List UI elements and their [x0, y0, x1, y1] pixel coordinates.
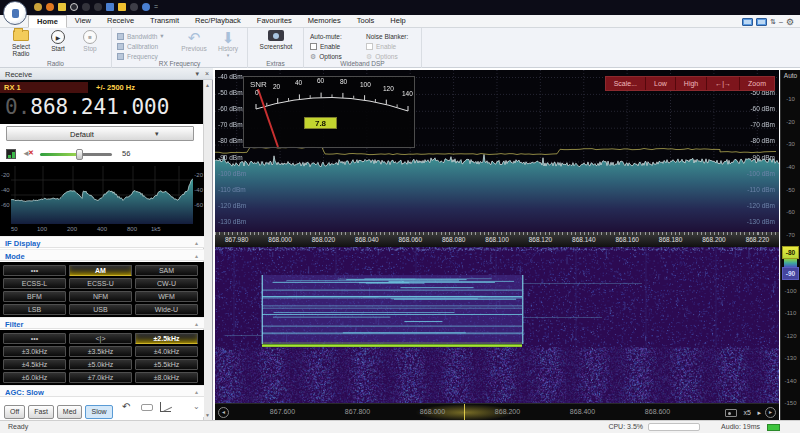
filter-button[interactable]: •••: [3, 333, 66, 344]
filter-button[interactable]: ±3.0kHz: [3, 346, 66, 357]
level-meter-icon[interactable]: [6, 149, 16, 159]
qat-more-icon[interactable]: =: [154, 3, 158, 11]
palette-low-handle[interactable]: -80: [782, 246, 799, 259]
ribbon-tab[interactable]: Tools: [349, 15, 383, 28]
collapse-icon[interactable]: ▴: [195, 388, 198, 395]
stop-button[interactable]: ■ Stop: [76, 30, 104, 52]
spectrum-toolbar-button[interactable]: ←|→: [707, 77, 740, 90]
palette-auto-button[interactable]: Auto: [781, 72, 800, 79]
filter-button[interactable]: ±7.0kHz: [69, 372, 132, 383]
ribbon-tab[interactable]: Receive: [99, 15, 142, 28]
collapse-icon[interactable]: ▴: [195, 252, 198, 259]
spectrum-toolbar-button[interactable]: Zoom: [740, 77, 774, 90]
bandwidth-button[interactable]: Bandwidth▾: [117, 31, 164, 41]
folder-icon[interactable]: [58, 3, 66, 11]
waterfall-canvas[interactable]: [215, 247, 779, 403]
preset-dropdown-icon[interactable]: ▾: [155, 130, 159, 138]
radio-icon[interactable]: [34, 3, 42, 11]
automute-enable-checkbox[interactable]: Enable: [310, 41, 342, 51]
nav-image-icon[interactable]: [725, 409, 737, 417]
monitor-1-icon[interactable]: [742, 18, 753, 26]
scroll-down-icon[interactable]: ▼: [205, 412, 210, 418]
stop-icon[interactable]: [82, 3, 90, 11]
agc-button[interactable]: Off: [4, 405, 25, 419]
spectrum-toolbar-button[interactable]: High: [676, 77, 707, 90]
filter-button[interactable]: ±4.5kHz: [3, 359, 66, 370]
collapse-icon[interactable]: ▴: [195, 239, 198, 246]
mode-button[interactable]: CW-U: [135, 278, 198, 289]
mode-button[interactable]: AM: [69, 265, 132, 276]
palette-high-handle[interactable]: -90: [782, 267, 799, 280]
agc-button[interactable]: Fast: [28, 405, 54, 419]
snowflake-icon[interactable]: [106, 3, 114, 11]
frequency-display[interactable]: RX 1 +/- 2500 Hz 0.868.241.000: [0, 80, 204, 124]
record-icon[interactable]: [46, 3, 54, 11]
filter-button[interactable]: ±2.5kHz: [135, 333, 198, 344]
mute-speaker-icon[interactable]: ◄✕: [22, 149, 33, 159]
select-radio-button[interactable]: Select Radio: [3, 30, 39, 57]
ribbon-tab[interactable]: Help: [382, 15, 413, 28]
volume-slider-handle[interactable]: [76, 149, 83, 160]
nav-play-icon[interactable]: ▸: [757, 404, 761, 421]
start-button[interactable]: ▶ Start: [44, 30, 72, 52]
section-header-filter[interactable]: Filter▴: [0, 317, 204, 329]
agc-button[interactable]: Med: [57, 405, 83, 419]
scroll-chevron-icon[interactable]: ⌄: [193, 400, 200, 414]
section-header-mode[interactable]: Mode▴: [0, 249, 204, 261]
previous-button[interactable]: ↶ Previous: [178, 30, 210, 52]
filter-button[interactable]: ±3.5kHz: [69, 346, 132, 357]
nav-left-arrow[interactable]: ◂: [218, 407, 229, 418]
minimize-icon[interactable]: –: [779, 18, 783, 26]
preset-dropdown[interactable]: Default ▾: [6, 126, 194, 141]
play-icon[interactable]: [70, 3, 78, 11]
mode-button[interactable]: ECSS-U: [69, 278, 132, 289]
app-logo[interactable]: [3, 1, 27, 25]
nav-right-arrow[interactable]: ▸: [765, 407, 776, 418]
mode-button[interactable]: •••: [3, 265, 66, 276]
mode-button[interactable]: WFM: [135, 291, 198, 302]
waterfall-nav-bar[interactable]: ◂ 867.600867.800868.000868.200868.400868…: [215, 403, 779, 420]
mode-button[interactable]: BFM: [3, 291, 66, 302]
history-button[interactable]: ⬇ History ▾: [212, 30, 244, 58]
collapse-icon[interactable]: ▴: [195, 320, 198, 327]
panel-dropdown-icon[interactable]: ▾: [195, 70, 199, 78]
scroll-up-icon[interactable]: ▲: [205, 82, 210, 88]
frequency-value[interactable]: 0.868.241.000: [5, 95, 169, 119]
screenshot-button[interactable]: Screenshot: [256, 30, 296, 50]
mode-button[interactable]: SAM: [135, 265, 198, 276]
spinner-icon[interactable]: ⇅: [770, 18, 776, 26]
undo-icon[interactable]: [142, 3, 150, 11]
spectrum-toolbar-button[interactable]: Low: [646, 77, 676, 90]
filter-button[interactable]: ±4.0kHz: [135, 346, 198, 357]
shield-icon[interactable]: [130, 3, 138, 11]
filter-button[interactable]: ±5.0kHz: [69, 359, 132, 370]
audio-spectrum-canvas[interactable]: [11, 166, 193, 224]
agc-undo-icon[interactable]: ↶: [122, 400, 130, 414]
section-header-if-display[interactable]: IF Display▴: [0, 236, 204, 248]
agc-button[interactable]: Slow: [85, 405, 112, 419]
ribbon-tab[interactable]: Transmit: [142, 15, 187, 28]
ribbon-tab[interactable]: Memories: [300, 15, 349, 28]
mode-button[interactable]: NFM: [69, 291, 132, 302]
mode-button[interactable]: Wide-U: [135, 304, 198, 315]
volume-slider[interactable]: [40, 153, 112, 156]
pause-icon[interactable]: [94, 3, 102, 11]
filter-button[interactable]: ±6.0kHz: [3, 372, 66, 383]
agc-graph-icon[interactable]: [160, 402, 171, 412]
noise-blanker-enable-checkbox[interactable]: Enable: [366, 41, 408, 51]
spectrum-toolbar-button[interactable]: Scale...: [606, 77, 646, 90]
panel-scrollbar[interactable]: ▲ ▼: [203, 80, 212, 420]
filter-button[interactable]: <|>: [69, 333, 132, 344]
mode-button[interactable]: LSB: [3, 304, 66, 315]
favourite-star-icon[interactable]: [118, 3, 126, 11]
nav-zoom-factor[interactable]: x5: [744, 404, 751, 421]
panel-close-icon[interactable]: ×: [205, 70, 209, 78]
frequency-scale[interactable]: 867.980868.000868.020868.040868.060868.0…: [215, 232, 779, 247]
section-header-agc[interactable]: AGC: Slow▴: [0, 385, 204, 397]
filter-button[interactable]: ±8.0kHz: [135, 372, 198, 383]
agc-tape-icon[interactable]: [141, 404, 153, 411]
monitor-2-icon[interactable]: [756, 18, 767, 26]
ribbon-tab[interactable]: Favourites: [249, 15, 300, 28]
mode-button[interactable]: ECSS-L: [3, 278, 66, 289]
mode-button[interactable]: USB: [69, 304, 132, 315]
